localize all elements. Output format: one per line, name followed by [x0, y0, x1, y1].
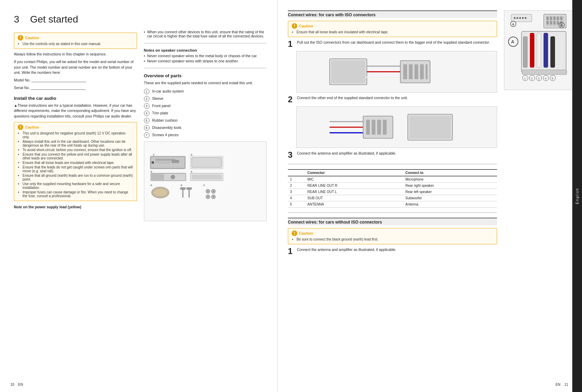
svg-text:4: 4 — [545, 77, 547, 80]
right-main: Connect wires: for cars with ISO connect… — [288, 10, 497, 382]
language-tab: English — [572, 0, 582, 392]
left-page-columns: ! Caution Use the controls only as state… — [14, 30, 267, 221]
no-iso-section-title: Connect wires: for cars without ISO conn… — [288, 220, 497, 225]
svg-rect-77 — [554, 21, 556, 25]
right-sidebar: A — [504, 10, 572, 382]
no-iso-caution-title: Caution — [299, 231, 313, 235]
no-iso-section-header: Connect wires: for cars without ISO conn… — [288, 218, 497, 225]
svg-text:②: ② — [190, 153, 192, 156]
svg-point-19 — [153, 189, 167, 197]
caution-item: Improper fuses can cause damage or fire.… — [23, 190, 133, 198]
iso-caution-item: Ensure that all loose leads are insulate… — [297, 30, 493, 34]
no-iso-step-num-1: 1 — [288, 247, 293, 255]
part-label-2: Sleeve — [152, 96, 163, 101]
col-header-connector: Connector — [305, 169, 403, 176]
svg-rect-56 — [366, 120, 370, 135]
connector-table-body: 1 MIC Microphone 2 REAR LINE OUT R Rear … — [288, 176, 497, 208]
svg-text:A: A — [511, 40, 514, 44]
chapter-title: 3 Get started — [14, 14, 267, 25]
caution-item: Ensure that the leads do not get caught … — [23, 165, 133, 173]
table-row: 3 REAR LINE OUT L Rear left speaker — [288, 189, 497, 195]
bullet-text: When you connect other devices to this u… — [147, 30, 267, 38]
caution-title-2: Caution — [25, 125, 39, 129]
no-iso-step-1: 1 Connect the antenna and amplifier as i… — [288, 247, 497, 255]
wire-svg-1 — [297, 51, 497, 92]
svg-rect-46 — [409, 64, 413, 79]
part-label-7: Screws 4 pieces — [152, 133, 179, 137]
caution-box-1: ! Caution Use the controls only as state… — [14, 33, 137, 49]
svg-rect-58 — [377, 120, 381, 135]
svg-text:2: 2 — [531, 77, 532, 80]
caution-list-2: This unit is designed for negative groun… — [18, 131, 133, 198]
serial-no-line: Serial No. ___________________________ — [14, 85, 137, 91]
speaker-text-1: Never connect speaker wires to the metal… — [147, 54, 257, 58]
page-container: 3 Get started ! Caution Use the controls… — [0, 0, 582, 392]
part-num-6: 6 — [144, 125, 149, 131]
left-page: 3 Get started ! Caution Use the controls… — [0, 0, 277, 392]
part-item-2: 2 Sleeve — [144, 96, 267, 102]
svg-rect-59 — [383, 120, 387, 135]
svg-text:①: ① — [153, 153, 155, 156]
svg-point-61 — [514, 17, 515, 19]
parts-svg: ① ② ③ — [148, 145, 263, 217]
svg-rect-71 — [550, 17, 552, 20]
part-item-4: 4 Trim plate — [144, 111, 267, 116]
iso-caution-header: ! Caution — [292, 23, 493, 29]
row-connector: REAR LINE OUT L — [305, 189, 403, 195]
model-no-line: Model No. ___________________________ — [14, 78, 137, 83]
page-num-value: 10 — [10, 383, 14, 386]
part-item-7: 7 Screws 4 pieces — [144, 132, 267, 138]
part-item-6: 6 Disassembly tools — [144, 125, 267, 131]
left-column: ! Caution Use the controls only as state… — [14, 30, 137, 221]
svg-rect-76 — [550, 21, 552, 25]
svg-point-64 — [522, 17, 524, 19]
divider-2 — [144, 68, 267, 68]
iso-section-header: Connect wires: for cars with ISO connect… — [288, 10, 497, 18]
part-label-3: Front panel — [152, 104, 171, 108]
speaker-bullet-1: • Never connect speaker wires to the met… — [144, 54, 267, 58]
part-label-1: In-car audio system — [152, 89, 184, 93]
caution-item: Use only the supplied mounting hardware … — [23, 182, 133, 190]
part-item-1: 1 In-car audio system — [144, 89, 267, 94]
caution-item: To avoid short-circuit: before you conne… — [23, 148, 133, 152]
caution-item: This unit is designed for negative groun… — [23, 131, 133, 139]
wire-svg-2 — [297, 107, 497, 148]
caution-icon-2: ! — [18, 124, 23, 130]
svg-rect-51 — [409, 116, 451, 139]
row-connect-to: Microphone — [403, 176, 497, 183]
caution-header-1: ! Caution — [18, 35, 133, 41]
row-connector: SUB OUT — [305, 195, 403, 201]
iso-caution-title: Caution — [299, 24, 313, 28]
part-label-4: Trim plate — [152, 111, 168, 115]
row-connect-to: Rear right speaker — [403, 183, 497, 189]
speaker-notes-title: Notes on speaker connection — [144, 48, 267, 52]
part-num-1: 1 — [144, 89, 149, 94]
row-connector: ANTENNA — [305, 201, 403, 208]
right-column: • When you connect other devices to this… — [144, 30, 267, 221]
step-text-3: Connect the antenna and amplifier as ill… — [297, 151, 497, 156]
svg-rect-89 — [551, 36, 555, 67]
caution-item: Use the controls only as stated in this … — [23, 42, 133, 46]
page-lang: EN — [18, 383, 23, 386]
sidebar-connector-diagram: A — [504, 10, 572, 90]
table-row: 2 REAR LINE OUT R Rear right speaker — [288, 183, 497, 189]
svg-text:1: 1 — [524, 77, 526, 80]
sidebar-svg: A — [504, 11, 571, 90]
iso-step-2: 2 Connect the other end of the supplied … — [288, 95, 497, 104]
svg-rect-57 — [372, 120, 376, 135]
svg-rect-88 — [544, 33, 548, 68]
wire-diagram-1 — [296, 51, 497, 93]
svg-rect-70 — [547, 17, 549, 20]
svg-point-62 — [516, 17, 518, 19]
svg-rect-47 — [414, 64, 418, 79]
svg-point-13 — [171, 175, 175, 179]
row-num: 5 — [288, 201, 305, 208]
page-number-right: EN 11 — [556, 383, 568, 386]
table-row: 5 ANTENNA Antenna — [288, 201, 497, 208]
overview-title: Overview of parts — [144, 73, 267, 78]
svg-rect-86 — [530, 33, 534, 68]
part-num-7: 7 — [144, 132, 149, 138]
speaker-text-2: Never connect speaker wires with stripes… — [147, 59, 239, 63]
divider-1 — [144, 43, 267, 43]
no-iso-step-text-1: Connect the antenna and amplifier as ill… — [297, 247, 497, 253]
